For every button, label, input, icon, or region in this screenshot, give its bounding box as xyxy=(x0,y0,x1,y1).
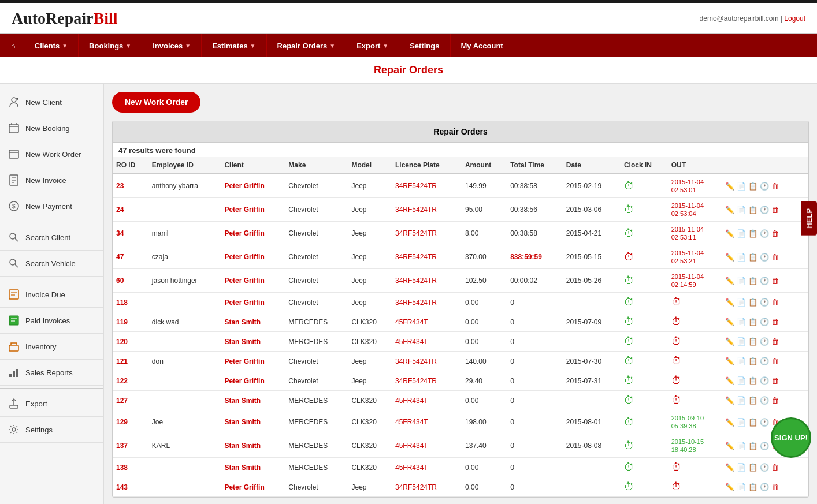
nav-export[interactable]: Export ▼ xyxy=(346,34,399,57)
edit-icon[interactable]: ✏️ xyxy=(725,298,734,307)
delete-icon[interactable]: 🗑 xyxy=(771,318,779,326)
cell-licence-plate[interactable]: 45FR434T xyxy=(392,312,462,332)
pdf-icon[interactable]: 📄 xyxy=(737,229,746,238)
cell-client[interactable]: Stan Smith xyxy=(221,332,285,352)
cell-clock-in[interactable]: ⏱ xyxy=(621,458,668,477)
delete-icon[interactable]: 🗑 xyxy=(771,337,779,346)
history-icon[interactable]: 🕐 xyxy=(760,298,769,307)
delete-icon[interactable]: 🗑 xyxy=(771,483,779,491)
cell-licence-plate[interactable]: 34RF5424TR xyxy=(392,174,462,198)
delete-icon[interactable]: 🗑 xyxy=(771,357,779,365)
nav-settings[interactable]: Settings xyxy=(399,34,450,57)
history-icon[interactable]: 🕐 xyxy=(760,206,769,214)
pdf-icon[interactable]: 📄 xyxy=(737,357,746,365)
edit-icon[interactable]: ✏️ xyxy=(725,483,734,491)
cell-licence-plate[interactable]: 34RF5424TR xyxy=(392,222,462,245)
sidebar-item-new-payment[interactable]: $ New Payment xyxy=(0,193,103,219)
cell-clock-in[interactable]: ⏱ xyxy=(621,293,668,312)
cell-licence-plate[interactable]: 34RF5424TR xyxy=(392,269,462,293)
cell-client[interactable]: Peter Griffin xyxy=(221,269,285,293)
cell-clock-in[interactable]: ⏱ xyxy=(621,269,668,293)
pdf-icon[interactable]: 📄 xyxy=(737,483,746,491)
notes-icon[interactable]: 📋 xyxy=(748,463,757,472)
notes-icon[interactable]: 📋 xyxy=(748,318,757,326)
cell-ro-id[interactable]: 34 xyxy=(113,222,148,245)
cell-out[interactable]: 2015-10-15 18:40:28 xyxy=(668,434,722,458)
cell-ro-id[interactable]: 129 xyxy=(113,410,148,434)
notes-icon[interactable]: 📋 xyxy=(748,418,757,427)
delete-icon[interactable]: 🗑 xyxy=(771,182,779,191)
help-tab[interactable]: HELP xyxy=(801,201,817,236)
pdf-icon[interactable]: 📄 xyxy=(737,418,746,427)
nav-invoices[interactable]: Invoices ▼ xyxy=(142,34,202,57)
history-icon[interactable]: 🕐 xyxy=(760,463,769,472)
pdf-icon[interactable]: 📄 xyxy=(737,396,746,405)
cell-clock-in[interactable]: ⏱ xyxy=(621,245,668,269)
history-icon[interactable]: 🕐 xyxy=(760,376,769,385)
notes-icon[interactable]: 📋 xyxy=(748,229,757,238)
cell-out[interactable]: 2015-09-10 05:39:38 xyxy=(668,410,722,434)
sidebar-item-search-vehicle[interactable]: Search Vehicle xyxy=(0,251,103,277)
cell-clock-in[interactable]: ⏱ xyxy=(621,352,668,371)
cell-out[interactable]: ⏱ xyxy=(668,312,722,332)
signup-button[interactable]: SIGN UP! xyxy=(771,417,811,458)
cell-licence-plate[interactable]: 45FR434T xyxy=(392,458,462,477)
cell-client[interactable]: Peter Griffin xyxy=(221,293,285,312)
cell-ro-id[interactable]: 120 xyxy=(113,332,148,352)
edit-icon[interactable]: ✏️ xyxy=(725,442,734,450)
history-icon[interactable]: 🕐 xyxy=(760,357,769,365)
cell-clock-in[interactable]: ⏱ xyxy=(621,391,668,410)
edit-icon[interactable]: ✏️ xyxy=(725,318,734,326)
sidebar-item-new-work-order[interactable]: New Work Order xyxy=(0,141,103,167)
delete-icon[interactable]: 🗑 xyxy=(771,253,779,262)
cell-licence-plate[interactable]: 34RF5424TR xyxy=(392,477,462,497)
history-icon[interactable]: 🕐 xyxy=(760,442,769,450)
cell-out[interactable]: ⏱ xyxy=(668,371,722,391)
cell-clock-in[interactable]: ⏱ xyxy=(621,312,668,332)
nav-home[interactable]: ⌂ xyxy=(3,34,24,57)
cell-ro-id[interactable]: 138 xyxy=(113,458,148,477)
cell-out[interactable]: ⏱ xyxy=(668,332,722,352)
cell-out[interactable]: 2015-11-04 02:14:59 xyxy=(668,269,722,293)
history-icon[interactable]: 🕐 xyxy=(760,253,769,262)
notes-icon[interactable]: 📋 xyxy=(748,357,757,365)
cell-out[interactable]: 2015-11-04 02:53:21 xyxy=(668,245,722,269)
cell-clock-in[interactable]: ⏱ xyxy=(621,410,668,434)
sidebar-item-new-booking[interactable]: New Booking xyxy=(0,115,103,141)
edit-icon[interactable]: ✏️ xyxy=(725,229,734,238)
pdf-icon[interactable]: 📄 xyxy=(737,298,746,307)
cell-licence-plate[interactable]: 45FR434T xyxy=(392,410,462,434)
edit-icon[interactable]: ✏️ xyxy=(725,206,734,214)
edit-icon[interactable]: ✏️ xyxy=(725,396,734,405)
pdf-icon[interactable]: 📄 xyxy=(737,277,746,285)
sidebar-item-paid-invoices[interactable]: Paid Invoices xyxy=(0,308,103,334)
cell-client[interactable]: Stan Smith xyxy=(221,458,285,477)
cell-licence-plate[interactable]: 34RF5424TR xyxy=(392,245,462,269)
cell-client[interactable]: Stan Smith xyxy=(221,312,285,332)
nav-estimates[interactable]: Estimates ▼ xyxy=(202,34,266,57)
cell-ro-id[interactable]: 23 xyxy=(113,174,148,198)
nav-bookings[interactable]: Bookings ▼ xyxy=(79,34,142,57)
pdf-icon[interactable]: 📄 xyxy=(737,442,746,450)
edit-icon[interactable]: ✏️ xyxy=(725,418,734,427)
cell-client[interactable]: Peter Griffin xyxy=(221,245,285,269)
history-icon[interactable]: 🕐 xyxy=(760,337,769,346)
cell-out[interactable]: ⏱ xyxy=(668,458,722,477)
sidebar-item-inventory[interactable]: Inventory xyxy=(0,334,103,360)
notes-icon[interactable]: 📋 xyxy=(748,337,757,346)
notes-icon[interactable]: 📋 xyxy=(748,298,757,307)
sidebar-item-new-invoice[interactable]: New Invoice xyxy=(0,167,103,193)
logout-link[interactable]: Logout xyxy=(784,14,805,23)
cell-ro-id[interactable]: 47 xyxy=(113,245,148,269)
delete-icon[interactable]: 🗑 xyxy=(771,229,779,238)
sidebar-item-invoice-due[interactable]: Invoice Due xyxy=(0,282,103,308)
notes-icon[interactable]: 📋 xyxy=(748,253,757,262)
edit-icon[interactable]: ✏️ xyxy=(725,463,734,472)
cell-client[interactable]: Peter Griffin xyxy=(221,352,285,371)
cell-ro-id[interactable]: 118 xyxy=(113,293,148,312)
history-icon[interactable]: 🕐 xyxy=(760,277,769,285)
edit-icon[interactable]: ✏️ xyxy=(725,277,734,285)
cell-client[interactable]: Stan Smith xyxy=(221,434,285,458)
cell-clock-in[interactable]: ⏱ xyxy=(621,174,668,198)
cell-out[interactable]: 2015-11-04 02:53:11 xyxy=(668,222,722,245)
